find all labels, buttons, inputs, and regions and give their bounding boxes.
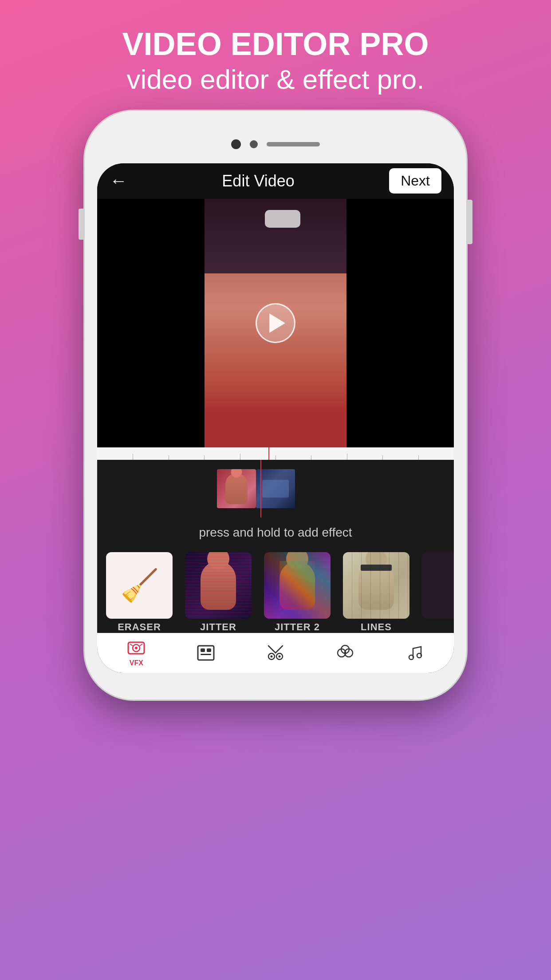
toolbar-music[interactable] [405, 643, 425, 663]
svg-line-10 [276, 646, 283, 653]
effect-item-jitter2[interactable]: JITTER 2 [260, 552, 335, 633]
play-icon [269, 313, 285, 333]
effect-label-eraser: ERASER [118, 621, 161, 633]
svg-point-12 [278, 656, 280, 658]
app-title-sub: video editor & effect pro. [122, 62, 429, 98]
svg-rect-6 [201, 654, 211, 655]
effects-row: 🧹 ERASER JITTER [97, 548, 454, 633]
effect-item-eraser[interactable]: 🧹 ERASER [102, 552, 177, 633]
clip-thumbnail-2[interactable] [256, 469, 295, 508]
phone-front-camera [231, 139, 241, 149]
effect-thumbnail-jitter2 [264, 552, 331, 619]
timeline-ruler[interactable] [97, 447, 454, 460]
svg-point-11 [270, 656, 272, 658]
app-title-area: VIDEO EDITOR PRO video editor & effect p… [105, 0, 447, 111]
effect-item-lines[interactable]: LINES [338, 552, 414, 633]
effect-item-partial[interactable] [417, 552, 454, 633]
svg-rect-5 [207, 648, 211, 652]
video-person-foreground [205, 273, 346, 447]
vfx-label: VFX [130, 659, 143, 667]
effect-label-jitter2: JITTER 2 [275, 621, 320, 633]
lines-overlay [343, 552, 409, 619]
phone-screen: ← Edit Video Next [97, 163, 454, 673]
eraser-icon: 🧹 [120, 567, 159, 604]
effect-label-lines: LINES [361, 621, 392, 633]
svg-rect-3 [198, 646, 214, 660]
effect-thumbnail-eraser: 🧹 [106, 552, 173, 619]
timeline-ruler-track [97, 447, 454, 460]
clips-strip[interactable] [97, 460, 454, 518]
svg-line-9 [268, 646, 276, 653]
effect-thumbnail-lines [343, 552, 409, 619]
phone-notch-area [97, 129, 454, 160]
svg-point-2 [135, 647, 138, 649]
toolbar-scissors[interactable] [266, 643, 285, 663]
video-preview-area[interactable] [97, 199, 454, 447]
scissors-icon [266, 643, 285, 663]
filter-icon [335, 643, 355, 663]
top-bar: ← Edit Video Next [97, 163, 454, 199]
timeline-clip-cursor [260, 460, 261, 518]
toolbar-filter[interactable] [335, 643, 355, 663]
jitter-bg-glitch [185, 552, 252, 619]
phone-camera-dot [250, 140, 258, 148]
next-button[interactable]: Next [389, 168, 441, 194]
play-button[interactable] [256, 303, 295, 343]
clip-thumbnail-1[interactable] [217, 469, 256, 508]
app-title-main: VIDEO EDITOR PRO [122, 27, 429, 62]
phone-shell: ← Edit Video Next [85, 111, 466, 699]
jitter2-bg-color [264, 552, 331, 619]
vfx-icon [126, 639, 146, 658]
trim-icon [196, 643, 216, 663]
timeline-cursor [268, 447, 269, 460]
effect-label-jitter: JITTER [200, 621, 236, 633]
effect-thumbnail-jitter [185, 552, 252, 619]
effect-item-jitter[interactable]: JITTER [181, 552, 256, 633]
music-icon [405, 643, 425, 663]
toolbar-vfx[interactable]: VFX [126, 639, 146, 667]
back-button[interactable]: ← [110, 171, 127, 191]
screen-title: Edit Video [222, 172, 294, 190]
video-mask [265, 210, 300, 228]
press-hold-label: press and hold to add effect [97, 518, 454, 548]
toolbar-trim[interactable] [196, 643, 216, 663]
phone-speaker [267, 142, 320, 146]
bottom-toolbar: VFX [97, 633, 454, 673]
effect-thumbnail-partial [422, 552, 454, 619]
svg-rect-4 [201, 648, 205, 652]
